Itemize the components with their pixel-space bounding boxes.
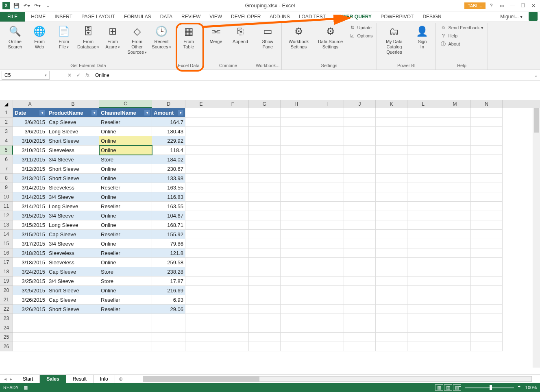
cell[interactable] bbox=[376, 230, 407, 239]
cell[interactable] bbox=[281, 286, 312, 295]
cell[interactable] bbox=[185, 305, 217, 314]
cell[interactable]: 133.98 bbox=[152, 174, 185, 183]
cell[interactable] bbox=[407, 286, 439, 295]
cell[interactable] bbox=[344, 342, 376, 351]
sheet-tab-start[interactable]: Start bbox=[16, 375, 40, 383]
cell[interactable] bbox=[439, 136, 471, 146]
options-button[interactable]: ☑Options bbox=[349, 33, 373, 39]
cell[interactable] bbox=[281, 155, 312, 164]
cell[interactable] bbox=[217, 277, 249, 286]
column-header-J[interactable]: J bbox=[344, 100, 376, 108]
cell[interactable] bbox=[281, 146, 312, 155]
cell[interactable]: 3/15/2015 bbox=[13, 211, 47, 220]
cell[interactable] bbox=[407, 108, 439, 118]
cell[interactable]: Cap Sleeve bbox=[47, 267, 99, 277]
cell[interactable] bbox=[281, 230, 312, 239]
cell[interactable] bbox=[312, 155, 344, 164]
cell[interactable] bbox=[249, 146, 281, 155]
cell[interactable] bbox=[249, 174, 281, 183]
cell[interactable]: 3/14/2015 bbox=[13, 192, 47, 202]
name-box[interactable]: C5 bbox=[2, 71, 50, 80]
cell[interactable] bbox=[344, 314, 376, 323]
cell[interactable]: Online bbox=[99, 286, 152, 295]
cell[interactable] bbox=[281, 342, 312, 351]
cell[interactable] bbox=[185, 136, 217, 146]
cell[interactable] bbox=[312, 108, 344, 118]
cell[interactable] bbox=[376, 192, 407, 202]
table-header-cell[interactable]: Amount bbox=[152, 108, 185, 118]
cell[interactable] bbox=[281, 267, 312, 277]
from-file-button[interactable]: 📄FromFile bbox=[52, 23, 76, 50]
cell[interactable]: 116.83 bbox=[152, 192, 185, 202]
ribbon-tab-developer[interactable]: DEVELOPER bbox=[226, 12, 265, 22]
cell[interactable] bbox=[217, 230, 249, 239]
cell[interactable] bbox=[47, 333, 99, 342]
cell[interactable] bbox=[281, 314, 312, 323]
cell[interactable]: Online bbox=[99, 127, 152, 136]
column-header-A[interactable]: A bbox=[13, 100, 47, 108]
row-header[interactable]: 3 bbox=[0, 127, 13, 136]
cell[interactable]: 3/11/2015 bbox=[13, 155, 47, 164]
cell[interactable] bbox=[471, 202, 503, 211]
cell[interactable] bbox=[344, 211, 376, 220]
cell[interactable] bbox=[249, 295, 281, 305]
append-button[interactable]: ⎘Append bbox=[229, 23, 252, 45]
cell[interactable]: 3/4 Sleeve bbox=[47, 277, 99, 286]
table-header-cell[interactable]: Date bbox=[13, 108, 47, 118]
cell[interactable] bbox=[439, 155, 471, 164]
cell[interactable]: 168.71 bbox=[152, 220, 185, 230]
cell[interactable]: Short Sleeve bbox=[47, 174, 99, 183]
cell[interactable] bbox=[185, 314, 217, 323]
cell[interactable]: Store bbox=[99, 267, 152, 277]
ribbon-tab-view[interactable]: VIEW bbox=[205, 12, 226, 22]
cell[interactable] bbox=[407, 220, 439, 230]
cell[interactable] bbox=[13, 333, 47, 342]
cell[interactable]: 164.7 bbox=[152, 118, 185, 127]
cell[interactable] bbox=[47, 323, 99, 333]
cell[interactable] bbox=[217, 239, 249, 248]
cell[interactable] bbox=[344, 174, 376, 183]
cell[interactable] bbox=[217, 295, 249, 305]
cell[interactable] bbox=[217, 155, 249, 164]
cell[interactable] bbox=[281, 136, 312, 146]
cell[interactable] bbox=[217, 192, 249, 202]
horizontal-scrollbar[interactable] bbox=[143, 376, 532, 382]
cell[interactable] bbox=[471, 174, 503, 183]
cell[interactable] bbox=[185, 333, 217, 342]
row-header[interactable]: 22 bbox=[0, 305, 13, 314]
column-header-N[interactable]: N bbox=[471, 100, 503, 108]
cell[interactable] bbox=[249, 183, 281, 192]
cell[interactable]: 163.55 bbox=[152, 202, 185, 211]
cell[interactable] bbox=[471, 295, 503, 305]
row-header[interactable]: 5 bbox=[0, 146, 13, 155]
cell[interactable]: 3/10/2015 bbox=[13, 136, 47, 146]
cell[interactable]: Cap Sleeve bbox=[47, 230, 99, 239]
cell[interactable] bbox=[344, 286, 376, 295]
cell[interactable] bbox=[185, 174, 217, 183]
row-header[interactable]: 21 bbox=[0, 295, 13, 305]
cell[interactable]: Reseller bbox=[99, 118, 152, 127]
cell[interactable]: Online bbox=[99, 136, 152, 146]
cell[interactable] bbox=[376, 239, 407, 248]
cell[interactable] bbox=[439, 220, 471, 230]
cell[interactable] bbox=[185, 323, 217, 333]
cell[interactable] bbox=[439, 211, 471, 220]
cell[interactable] bbox=[281, 174, 312, 183]
cell[interactable] bbox=[471, 183, 503, 192]
cell[interactable] bbox=[376, 146, 407, 155]
cell[interactable]: Cap Sleeve bbox=[47, 118, 99, 127]
cell[interactable] bbox=[407, 323, 439, 333]
cell[interactable] bbox=[407, 211, 439, 220]
qat-customize-icon[interactable]: = bbox=[44, 2, 52, 10]
cell[interactable] bbox=[312, 192, 344, 202]
cell[interactable] bbox=[376, 323, 407, 333]
column-header-I[interactable]: I bbox=[312, 100, 344, 108]
cell[interactable] bbox=[439, 183, 471, 192]
cell[interactable]: Reseller bbox=[99, 295, 152, 305]
cell[interactable] bbox=[376, 314, 407, 323]
cell[interactable] bbox=[407, 258, 439, 267]
cell[interactable] bbox=[312, 239, 344, 248]
cell[interactable] bbox=[376, 295, 407, 305]
sign-in-button[interactable]: 👤SignIn bbox=[410, 23, 434, 50]
cell[interactable] bbox=[407, 305, 439, 314]
